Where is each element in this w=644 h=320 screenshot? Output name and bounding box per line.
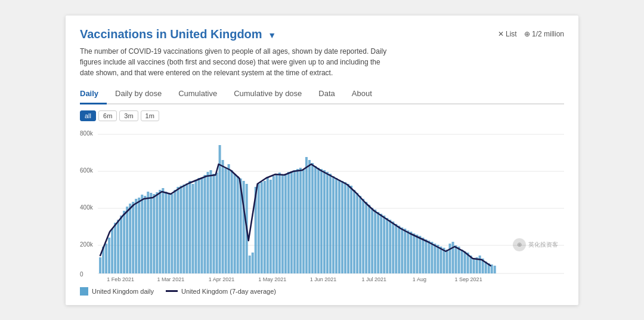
svg-rect-104 (395, 224, 397, 273)
svg-rect-92 (359, 196, 361, 273)
svg-rect-90 (353, 190, 355, 273)
svg-rect-130 (473, 259, 475, 273)
svg-rect-23 (153, 194, 155, 273)
svg-rect-25 (159, 190, 161, 273)
header-row: Vaccinations in United Kingdom ▼ ✕ List … (80, 27, 564, 41)
svg-rect-99 (380, 214, 382, 273)
time-btn-6m[interactable]: 6m (98, 110, 117, 121)
chart-title: Vaccinations in United Kingdom ▼ (80, 27, 276, 41)
svg-rect-32 (179, 186, 182, 273)
svg-rect-94 (365, 202, 367, 273)
svg-rect-62 (270, 180, 272, 273)
svg-rect-36 (191, 184, 194, 273)
country-dropdown[interactable]: ▼ (268, 30, 276, 40)
svg-rect-53 (243, 181, 245, 273)
tab-bar: Daily Daily by dose Cumulative Cumulativ… (80, 85, 564, 104)
svg-rect-126 (461, 250, 463, 273)
svg-rect-114 (425, 239, 427, 273)
svg-rect-72 (299, 168, 302, 273)
svg-rect-84 (335, 178, 338, 273)
svg-rect-121 (446, 250, 448, 273)
svg-rect-38 (197, 178, 200, 273)
million-control[interactable]: ⊕ 1/2 million (524, 30, 564, 38)
svg-rect-44 (216, 173, 218, 273)
svg-rect-77 (314, 166, 317, 273)
chart-area: 800k 600k 400k 200k 0 (80, 127, 564, 282)
svg-rect-97 (374, 210, 376, 273)
svg-rect-22 (150, 193, 152, 273)
svg-rect-73 (302, 169, 305, 273)
svg-rect-26 (162, 188, 164, 273)
svg-rect-37 (194, 180, 197, 273)
svg-rect-7 (105, 244, 107, 273)
svg-rect-12 (120, 216, 122, 273)
y-label-400k: 400k (80, 204, 94, 211)
tab-data[interactable]: Data (310, 85, 343, 104)
svg-rect-17 (135, 199, 137, 273)
time-range-buttons: all 6m 3m 1m (80, 110, 564, 121)
chart-svg: 800k 600k 400k 200k 0 (80, 127, 564, 282)
tab-cumulative-by-dose[interactable]: Cumulative by dose (225, 85, 310, 104)
time-btn-3m[interactable]: 3m (119, 110, 138, 121)
legend-bar-label: United Kingdom daily (92, 288, 154, 295)
legend-line-item: United Kingdom (7-day average) (166, 288, 276, 295)
tab-daily[interactable]: Daily (80, 85, 107, 104)
svg-rect-109 (410, 232, 412, 273)
svg-rect-48 (228, 164, 230, 273)
svg-rect-88 (347, 184, 349, 273)
svg-rect-95 (368, 205, 370, 273)
svg-rect-124 (455, 245, 457, 273)
svg-rect-81 (326, 172, 329, 273)
svg-rect-55 (249, 256, 251, 273)
svg-rect-64 (275, 174, 278, 273)
svg-rect-29 (171, 194, 173, 273)
svg-rect-11 (117, 220, 119, 273)
svg-rect-83 (332, 176, 335, 273)
svg-rect-28 (168, 193, 170, 273)
svg-rect-67 (284, 174, 287, 273)
tab-daily-by-dose[interactable]: Daily by dose (107, 85, 170, 104)
svg-rect-87 (344, 182, 346, 273)
legend-line-color (166, 290, 178, 292)
svg-rect-74 (305, 157, 308, 273)
svg-rect-115 (428, 241, 430, 273)
svg-rect-43 (213, 174, 215, 273)
time-btn-all[interactable]: all (80, 110, 96, 121)
svg-rect-24 (156, 192, 158, 273)
svg-rect-13 (123, 211, 125, 273)
legend-bar-item: United Kingdom daily (80, 287, 154, 296)
svg-rect-69 (290, 171, 293, 273)
svg-rect-93 (362, 199, 364, 273)
y-label-800k: 800k (80, 130, 94, 137)
svg-rect-59 (261, 182, 263, 273)
watermark-text: 英化投资客 (528, 241, 558, 249)
list-control[interactable]: ✕ List (498, 30, 517, 38)
svg-rect-15 (129, 204, 131, 273)
svg-rect-14 (126, 207, 128, 273)
title-prefix: Vaccinations in (80, 27, 170, 41)
svg-rect-113 (422, 238, 424, 273)
title-country: United Kingdom (170, 27, 262, 41)
svg-rect-91 (356, 193, 358, 273)
svg-rect-31 (177, 187, 179, 273)
svg-rect-18 (138, 198, 140, 273)
svg-rect-5 (99, 257, 101, 273)
svg-rect-19 (141, 195, 143, 273)
svg-rect-66 (281, 175, 284, 273)
svg-rect-34 (185, 183, 188, 273)
svg-rect-56 (252, 253, 254, 273)
svg-rect-8 (108, 238, 110, 273)
time-btn-1m[interactable]: 1m (141, 110, 159, 121)
svg-rect-75 (308, 160, 311, 273)
svg-rect-118 (436, 245, 439, 273)
svg-rect-86 (341, 181, 343, 273)
x-label-aug: 1 Aug (413, 276, 426, 282)
svg-rect-107 (404, 229, 406, 273)
main-card: Vaccinations in United Kingdom ▼ ✕ List … (66, 16, 578, 305)
svg-rect-100 (383, 216, 385, 273)
tab-cumulative[interactable]: Cumulative (170, 85, 225, 104)
svg-rect-125 (458, 247, 460, 273)
svg-rect-46 (222, 160, 224, 273)
svg-rect-111 (416, 235, 418, 273)
tab-about[interactable]: About (343, 85, 380, 104)
